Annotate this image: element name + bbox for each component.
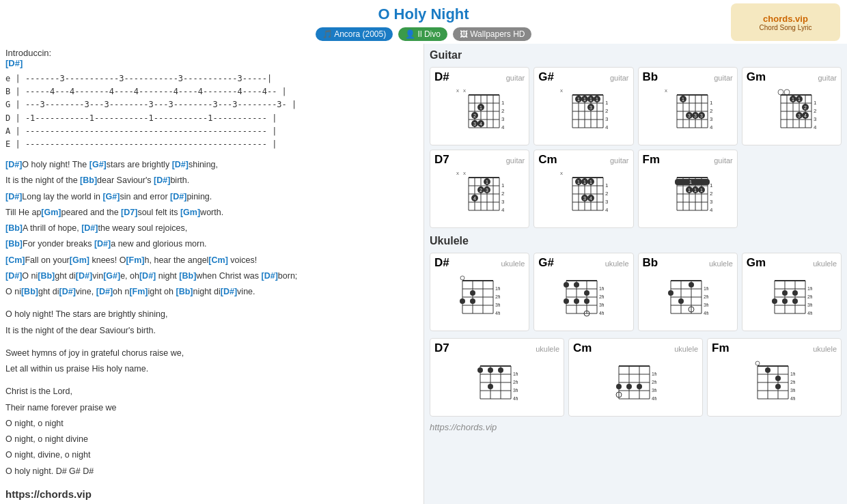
svg-point-246 [782, 298, 788, 304]
badge-ildivo[interactable]: 👤 Il Divo [398, 27, 447, 41]
uke-diagram-gm: 1fr 2fr 3fr 4fr [771, 271, 812, 326]
chord-diagram-gm-guitar: 1fr 2fr 3fr 4fr 1 1 2 3 4 [767, 85, 816, 140]
lyrics-line-4: Till He ap[Gm]peared and the [D7]soul fe… [5, 206, 418, 220]
svg-point-227 [668, 290, 674, 296]
svg-text:3fr: 3fr [513, 388, 518, 393]
uke-diagram-d7: 1fr 2fr 3fr 4fr [477, 356, 518, 411]
lyrics-line-7: [Cm]Fall on your[Gm] knees! O[Fm]h, hear… [5, 253, 418, 268]
footer-link-left[interactable]: https://chords.vip [5, 488, 418, 500]
uke-chord-name-d7: D7 [434, 341, 449, 355]
svg-text:4fr: 4fr [501, 207, 504, 213]
svg-text:1: 1 [583, 97, 586, 102]
svg-point-226 [689, 282, 694, 288]
chord-box-d7-ukulele: D7 ukulele 1fr 2fr [430, 338, 564, 417]
svg-text:2fr: 2fr [704, 294, 708, 299]
intro-chord: [D#] [5, 58, 23, 68]
svg-point-206 [564, 282, 569, 288]
svg-text:2fr: 2fr [501, 108, 504, 114]
svg-text:2fr: 2fr [814, 108, 816, 114]
svg-text:4: 4 [804, 113, 807, 118]
chord-name-cm: Cm [538, 153, 557, 167]
chord-box-fm-ukulele: Fm ukulele 1fr [707, 338, 842, 417]
svg-point-298 [775, 384, 781, 389]
page-header: O Holy Night 🎵 Ancora (2005) 👤 Il Divo 🖼… [0, 0, 847, 44]
chord-type-fm: guitar [714, 156, 733, 165]
svg-point-75 [778, 89, 783, 95]
svg-text:2fr: 2fr [605, 108, 608, 114]
svg-text:3: 3 [688, 113, 691, 118]
svg-text:1fr: 1fr [501, 182, 504, 188]
svg-text:1: 1 [689, 180, 692, 184]
lyrics-line-3: [D#]Long lay the world in [G#]sin and er… [5, 190, 418, 204]
svg-text:3fr: 3fr [704, 303, 708, 307]
svg-text:4fr: 4fr [807, 311, 812, 316]
intro-label: Introduccin: [5, 48, 51, 58]
svg-text:1fr: 1fr [790, 372, 795, 376]
uke-chord-type-dsharp: ukulele [501, 260, 525, 268]
header-badges: 🎵 Ancora (2005) 👤 Il Divo 🖼 Wallpapers H… [0, 27, 847, 41]
svg-point-208 [584, 290, 589, 296]
chord-diagram-dsharp-guitar: x x [455, 85, 504, 140]
svg-point-228 [678, 298, 684, 304]
page-title: O Holy Night [0, 5, 847, 23]
svg-text:2fr: 2fr [710, 108, 712, 114]
svg-text:4fr: 4fr [652, 396, 656, 401]
chord-box-bb-ukulele: Bb ukulele 1fr 2fr [638, 253, 738, 331]
chord-name-gsharp: G# [538, 70, 554, 84]
svg-point-207 [574, 282, 579, 288]
uke-diagram-fm: 1fr 2fr 3fr 4fr [754, 356, 795, 411]
lyrics-outro-4: O night, o night divine [5, 432, 418, 447]
chord-type-bb: guitar [714, 74, 733, 82]
svg-text:2: 2 [473, 113, 476, 118]
svg-point-262 [488, 367, 493, 373]
svg-text:2fr: 2fr [513, 380, 518, 384]
svg-text:4fr: 4fr [790, 396, 795, 401]
uke-chord-type-d7: ukulele [536, 345, 559, 353]
svg-point-247 [792, 298, 798, 304]
svg-text:1fr: 1fr [495, 286, 500, 291]
svg-point-282 [755, 361, 760, 365]
svg-text:3fr: 3fr [710, 199, 712, 205]
svg-text:x: x [463, 170, 466, 176]
lyrics-verse3-1: Sweet hymns of joy in grateful chorus ra… [5, 346, 418, 361]
svg-text:1: 1 [577, 180, 580, 184]
svg-text:4fr: 4fr [501, 124, 504, 130]
svg-text:1: 1 [589, 97, 592, 102]
uke-chord-type-fm: ukulele [813, 345, 837, 353]
svg-point-243 [782, 290, 788, 296]
uke-chord-name-cm: Cm [573, 341, 592, 355]
svg-text:3: 3 [798, 113, 801, 118]
lyrics-line-1: [D#]O holy night! The [G#]stars are brig… [5, 158, 418, 172]
lyrics-outro-2: Their name forever praise we [5, 401, 418, 415]
svg-text:2fr: 2fr [652, 380, 656, 384]
svg-text:2fr: 2fr [710, 191, 712, 197]
chord-box-d7-guitar: D7 guitar x x [430, 150, 529, 228]
svg-point-210 [574, 298, 579, 304]
uke-chord-name-fm: Fm [712, 341, 730, 355]
svg-text:1: 1 [583, 180, 586, 184]
svg-text:x: x [463, 87, 466, 94]
svg-point-244 [792, 290, 798, 296]
svg-text:1fr: 1fr [605, 100, 608, 106]
tab-line-g: G | ---3--------3---3--------3---3------… [5, 98, 418, 111]
svg-point-279 [626, 384, 632, 389]
intro-section: Introduccin: [D#] [5, 48, 418, 68]
svg-text:4fr: 4fr [710, 207, 712, 213]
lyrics-line-6: [Bb]For yonder breaks [D#]a new and glor… [5, 237, 418, 251]
badge-wallpapers[interactable]: 🖼 Wallpapers HD [453, 27, 532, 41]
svg-text:1: 1 [589, 180, 592, 184]
svg-text:1: 1 [694, 188, 697, 193]
badge-ancora[interactable]: 🎵 Ancora (2005) [316, 27, 393, 41]
lyrics-line-8: [D#]O ni[Bb]ght di[D#]vin[G#]e, oh[D#] n… [5, 269, 418, 283]
lyrics-verse2-1: O holy night! The stars are brightly shi… [5, 307, 418, 322]
svg-text:x: x [560, 170, 563, 176]
chord-box-cm-guitar: Cm guitar x [533, 150, 633, 228]
chord-diagram-bb-guitar: x 1fr 2fr 3fr [663, 85, 712, 140]
uke-chord-name-gsharp: G# [538, 256, 554, 270]
svg-point-191 [460, 298, 465, 304]
svg-rect-168 [675, 179, 710, 185]
svg-point-190 [470, 290, 475, 296]
svg-text:1fr: 1fr [599, 286, 604, 291]
svg-text:3: 3 [694, 113, 697, 118]
svg-text:1: 1 [596, 97, 598, 102]
